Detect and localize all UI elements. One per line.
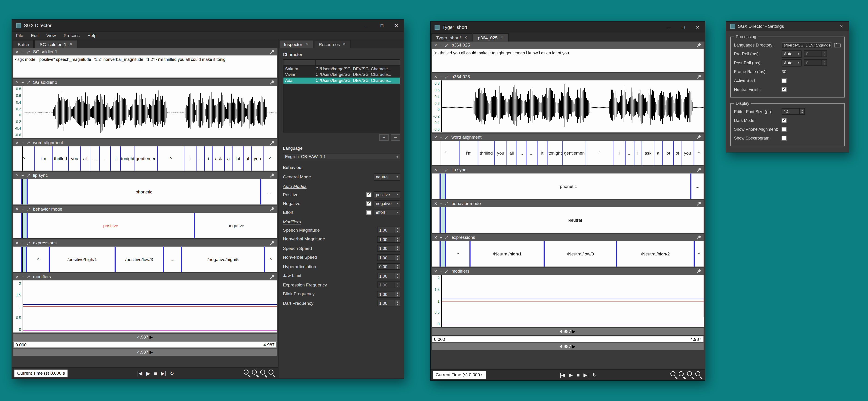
add-character-button[interactable]: +	[379, 134, 389, 141]
pin-icon[interactable]	[270, 240, 275, 246]
lip-sync-segment[interactable]: phonetic	[445, 174, 690, 199]
word-segment[interactable]: gentlemen	[134, 146, 157, 171]
panel-collapse-icon[interactable]: −	[440, 43, 442, 47]
behavior-segment[interactable]	[439, 207, 445, 233]
tab-resources[interactable]: Resources ✕	[314, 40, 351, 48]
expression-segment[interactable]: ^	[445, 241, 470, 266]
panel-collapse-icon[interactable]: −	[22, 141, 24, 145]
expression-segment[interactable]: /positive/low/3	[115, 247, 163, 272]
zoom-selection-button[interactable]	[268, 370, 276, 377]
panel-expand-icon[interactable]: ⤢	[27, 80, 30, 84]
spin-up-icon[interactable]: ▲	[800, 109, 804, 111]
editor-font-size-spinbox[interactable]: 14 ▲▼	[781, 108, 805, 115]
word-segment[interactable]: you	[681, 141, 693, 165]
word-segment[interactable]: ...	[516, 141, 526, 165]
panel-close-icon[interactable]: ✕	[434, 135, 437, 139]
close-button[interactable]: ✕	[834, 22, 848, 31]
timeline-ruler-top[interactable]: 4.987 ▶	[432, 328, 704, 335]
spin-down-icon[interactable]: ▼	[395, 248, 400, 251]
word-segment[interactable]: tonight	[120, 146, 134, 171]
waveform-plot[interactable]	[441, 80, 704, 132]
word-segment[interactable]: ...	[196, 146, 204, 171]
tab-close-icon[interactable]: ✕	[305, 42, 308, 47]
spin-down-icon[interactable]: ▼	[395, 294, 400, 297]
waveform-plot[interactable]	[22, 86, 277, 138]
word-segment[interactable]: ...	[625, 141, 633, 165]
panel-close-icon[interactable]: ✕	[434, 202, 437, 206]
word-segment[interactable]: ^	[13, 146, 34, 171]
tab-close-icon[interactable]: ✕	[343, 42, 346, 47]
spin-up-icon[interactable]: ▲	[395, 227, 400, 230]
spin-down-icon[interactable]: ▼	[395, 285, 400, 288]
maximize-button[interactable]: □	[375, 20, 389, 31]
post-roll-spinbox[interactable]: 0 ▲▼	[804, 59, 827, 66]
expression-segment[interactable]: ...	[163, 247, 181, 272]
panel-expand-icon[interactable]: ⤢	[445, 75, 448, 79]
word-segment[interactable]: you	[251, 146, 263, 171]
tab-batch[interactable]: Batch	[13, 40, 34, 48]
word-segment[interactable]: i'm	[460, 141, 478, 165]
modifier-spinbox[interactable]: 1.00 ▲ ▼	[377, 236, 400, 243]
lip-sync-segment[interactable]	[440, 174, 445, 199]
show-phone-alignment-checkbox[interactable]	[781, 126, 787, 132]
word-segment[interactable]: all	[81, 146, 90, 171]
panel-collapse-icon[interactable]: −	[440, 75, 442, 79]
spin-up-icon[interactable]: ▲	[395, 300, 400, 303]
expression-segment[interactable]: /negative/high/5	[181, 247, 264, 272]
menu-item[interactable]: Process	[60, 33, 84, 38]
word-segment[interactable]: all	[506, 141, 516, 165]
lip-sync-segment[interactable]: ...	[690, 174, 704, 199]
panel-collapse-icon[interactable]: −	[440, 269, 442, 273]
loop-button[interactable]: ↻	[591, 371, 598, 379]
word-segment[interactable]: ^	[693, 141, 704, 165]
play-button[interactable]: ▶	[568, 371, 574, 379]
playhead[interactable]	[441, 80, 442, 132]
word-segment[interactable]: i	[184, 146, 196, 171]
panel-close-icon[interactable]: ✕	[16, 275, 19, 279]
tab-sg-soldier-1[interactable]: SG_soldier_1 ✕	[35, 40, 78, 48]
zoom-fit-button[interactable]	[687, 371, 694, 378]
loop-button[interactable]: ↻	[169, 369, 175, 377]
spin-down-icon[interactable]: ▼	[395, 303, 400, 306]
panel-close-icon[interactable]: ✕	[16, 50, 19, 54]
zoom-out-button[interactable]: −	[252, 370, 259, 377]
word-segment[interactable]: i	[633, 141, 642, 165]
panel-close-icon[interactable]: ✕	[16, 140, 19, 145]
word-segment[interactable]: thrilled	[477, 141, 494, 165]
playhead[interactable]	[22, 146, 23, 171]
word-segment[interactable]: tonight	[547, 141, 563, 165]
panel-expand-icon[interactable]: ⤢	[445, 269, 448, 274]
pin-icon[interactable]	[270, 274, 275, 279]
languages-directory-field[interactable]: s/berge/SG_DEV/languages	[781, 42, 832, 48]
pin-icon[interactable]	[696, 42, 702, 48]
word-segment[interactable]: ^	[263, 146, 277, 171]
panel-expand-icon[interactable]: ⤢	[445, 135, 448, 139]
modifier-spinbox[interactable]: 1.00 ▲ ▼	[377, 227, 400, 233]
word-segment[interactable]: lot	[232, 146, 243, 171]
playhead[interactable]	[441, 174, 441, 199]
pin-icon[interactable]	[696, 269, 702, 274]
character-table[interactable]: Sakura C:/Users/berge/SG_DEV/SG_Characte…	[283, 59, 400, 132]
folder-browse-icon[interactable]	[834, 42, 841, 48]
menu-item[interactable]: File	[12, 33, 27, 38]
dark-mode-checkbox[interactable]: ✓	[781, 118, 787, 123]
word-segment[interactable]: i'm	[34, 146, 52, 171]
auto-mode-checkbox[interactable]: ✓	[366, 192, 371, 197]
panel-close-icon[interactable]: ✕	[434, 43, 437, 48]
panel-collapse-icon[interactable]: −	[440, 168, 442, 172]
expression-segment[interactable]: /Neutral/high/2	[616, 241, 694, 266]
minimize-button[interactable]: —	[361, 20, 375, 31]
skip-start-button[interactable]: |◀	[136, 369, 144, 377]
word-segment[interactable]: it	[110, 146, 120, 171]
panel-expand-icon[interactable]: ⤢	[445, 168, 448, 172]
spin-down-icon[interactable]: ▼	[395, 258, 400, 260]
modifier-spinbox[interactable]: 0.00 ▲ ▼	[377, 263, 400, 270]
spin-up-icon[interactable]: ▲	[822, 51, 827, 54]
word-segment[interactable]: you	[494, 141, 506, 165]
modifier-spinbox[interactable]: 1.00 ▲ ▼	[377, 291, 400, 297]
panel-collapse-icon[interactable]: −	[22, 50, 24, 54]
panel-expand-icon[interactable]: ⤢	[27, 140, 30, 145]
playhead[interactable]	[23, 281, 23, 333]
word-segment[interactable]: you	[68, 146, 81, 171]
auto-mode-select[interactable]: positive ▾	[374, 191, 400, 198]
